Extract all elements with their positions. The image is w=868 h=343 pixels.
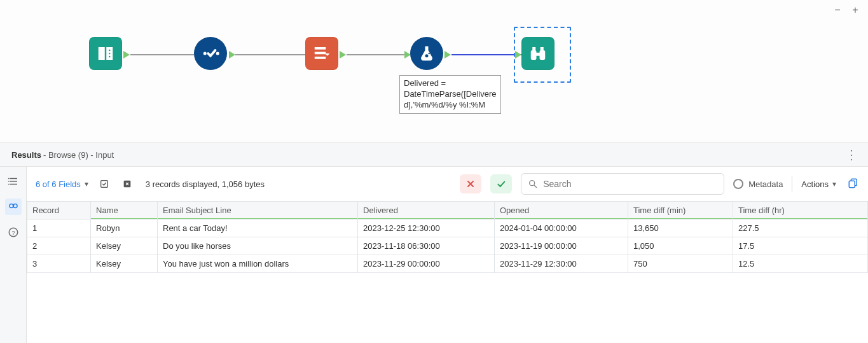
cell-opened: 2023-11-19 00:00:00 <box>495 237 628 255</box>
results-subtitle: - Browse (9) - Input <box>43 150 114 160</box>
results-title: Results <box>11 150 41 160</box>
svg-point-23 <box>8 184 9 185</box>
cell-hr: 227.5 <box>733 220 868 237</box>
svg-point-15 <box>429 53 431 55</box>
svg-rect-16 <box>531 50 537 60</box>
binoculars-icon <box>528 44 548 63</box>
chevron-down-icon: ▾ <box>85 179 88 188</box>
svg-point-21 <box>8 178 9 179</box>
output-port[interactable] <box>123 51 130 59</box>
svg-rect-18 <box>535 53 541 56</box>
actions-menu[interactable]: Actions ▾ <box>801 179 836 189</box>
svg-rect-11 <box>315 47 326 50</box>
cell-record: 3 <box>27 255 91 273</box>
reject-button[interactable] <box>460 174 481 193</box>
cell-min: 1,050 <box>628 237 733 255</box>
output-port[interactable] <box>340 51 346 59</box>
svg-point-14 <box>425 54 429 57</box>
select-tool[interactable] <box>194 37 227 70</box>
toolbar-divider <box>792 176 792 192</box>
svg-rect-12 <box>315 52 326 55</box>
rows-arrow-icon <box>312 44 331 63</box>
col-header-delivered[interactable]: Delivered <box>358 202 495 220</box>
workflow-canvas[interactable]: − + <box>0 0 868 143</box>
cell-hr: 17.5 <box>733 237 868 255</box>
col-header-name[interactable]: Name <box>91 202 158 220</box>
zoom-in-button[interactable]: + <box>849 4 862 17</box>
zoom-out-button[interactable]: − <box>831 4 844 17</box>
col-header-record[interactable]: Record <box>27 202 91 220</box>
svg-point-7 <box>109 53 111 55</box>
search-input[interactable] <box>543 179 717 189</box>
deselect-fields-button[interactable] <box>97 177 111 191</box>
table-row[interactable]: 2 Kelsey Do you like horses 2023-11-18 0… <box>27 237 868 255</box>
chevron-down-icon: ▾ <box>832 179 836 188</box>
svg-text:?: ? <box>11 230 15 236</box>
copy-icon <box>848 178 859 189</box>
col-header-time-diff-hr[interactable]: Time diff (hr) <box>733 202 868 220</box>
check-dots-icon <box>201 44 220 63</box>
copy-button[interactable] <box>845 178 859 191</box>
list-view-button[interactable] <box>5 173 22 190</box>
svg-point-22 <box>8 181 9 182</box>
metadata-toggle[interactable]: Metadata <box>733 179 783 189</box>
data-view-button[interactable] <box>5 199 22 215</box>
multi-row-formula-tool[interactable] <box>305 37 338 70</box>
svg-rect-34 <box>849 181 855 188</box>
formula-tool[interactable] <box>410 37 443 70</box>
connector <box>130 54 194 55</box>
tool-annotation[interactable]: Delivered = DateTimeParse([Delivered],'%… <box>399 75 501 114</box>
actions-label: Actions <box>801 179 829 189</box>
svg-line-32 <box>534 185 537 188</box>
connector <box>235 54 305 55</box>
cell-opened: 2023-11-29 12:30:00 <box>495 255 628 273</box>
clear-fields-button[interactable] <box>120 177 134 191</box>
cell-delivered: 2023-11-18 06:30:00 <box>358 237 495 255</box>
cell-delivered: 2023-11-29 00:00:00 <box>358 255 495 273</box>
table-row[interactable]: 3 Kelsey You have just won a million dol… <box>27 255 868 273</box>
cell-min: 13,650 <box>628 220 733 237</box>
cell-hr: 12.5 <box>733 255 868 273</box>
record-status-text: 3 records displayed, 1,056 bytes <box>146 179 265 189</box>
cell-subject: Do you like horses <box>158 237 358 255</box>
check-icon <box>496 179 506 189</box>
flask-icon <box>417 44 436 63</box>
results-toolbar: 6 of 6 Fields ▾ 3 records displayed, 1,0… <box>27 167 868 201</box>
cell-record: 2 <box>27 237 91 255</box>
cell-opened: 2024-01-04 00:00:00 <box>495 220 628 237</box>
svg-marker-2 <box>340 51 346 59</box>
fields-selector-label: 6 of 6 Fields <box>36 179 81 189</box>
col-header-opened[interactable]: Opened <box>495 202 628 220</box>
output-port[interactable] <box>229 51 235 59</box>
cell-subject: You have just won a million dollars <box>158 255 358 273</box>
table-header-row: Record Name Email Subject Line Delivered… <box>27 202 868 220</box>
more-menu-button[interactable]: ⋮ <box>841 147 862 162</box>
svg-point-10 <box>216 52 219 55</box>
connector <box>451 54 521 55</box>
search-box[interactable] <box>521 173 724 195</box>
svg-marker-4 <box>444 51 451 59</box>
col-header-subject[interactable]: Email Subject Line <box>158 202 358 220</box>
results-side-rail: ? <box>0 167 27 343</box>
cell-record: 1 <box>27 220 91 237</box>
cell-min: 750 <box>628 255 733 273</box>
help-button[interactable]: ? <box>5 224 22 241</box>
svg-point-8 <box>109 56 111 58</box>
table-row[interactable]: 1 Robyn Rent a car Today! 2023-12-25 12:… <box>27 220 868 237</box>
radio-unchecked-icon <box>733 179 743 189</box>
search-icon <box>528 179 538 189</box>
input-data-tool[interactable] <box>89 37 122 70</box>
browse-tool[interactable] <box>521 37 555 70</box>
fields-selector[interactable]: 6 of 6 Fields ▾ <box>36 179 88 189</box>
accept-button[interactable] <box>490 174 512 193</box>
svg-point-9 <box>203 52 207 55</box>
cell-name: Kelsey <box>91 255 158 273</box>
output-port[interactable] <box>444 51 451 59</box>
col-header-time-diff-min[interactable]: Time diff (min) <box>628 202 733 220</box>
cell-name: Kelsey <box>91 237 158 255</box>
svg-rect-13 <box>315 57 326 59</box>
svg-rect-26 <box>12 206 14 207</box>
metadata-label: Metadata <box>748 179 783 189</box>
svg-marker-1 <box>229 51 235 59</box>
results-table[interactable]: Record Name Email Subject Line Delivered… <box>27 201 868 273</box>
